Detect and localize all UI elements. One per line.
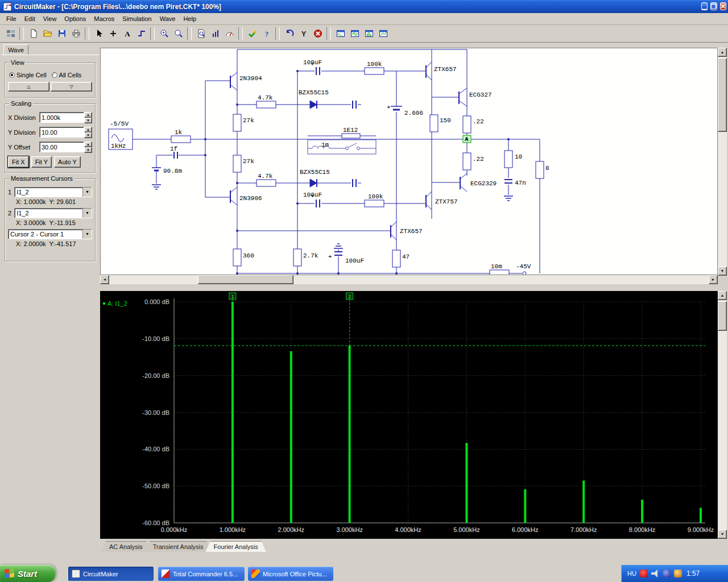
y-offset-input[interactable] [39, 142, 84, 152]
scrollbar-thumb[interactable] [198, 275, 293, 284]
close-button[interactable]: ✕ [720, 2, 726, 10]
chevron-down-icon[interactable]: ▼ [82, 188, 92, 197]
wire-tool-icon[interactable] [134, 27, 148, 40]
scroll-down-icon[interactable]: ▼ [718, 267, 727, 276]
scroll-up-icon[interactable]: ▲ [718, 48, 727, 57]
waveform-vertical-scrollbar[interactable]: ▲ ▼ [718, 291, 727, 539]
y-offset-down[interactable]: ▼ [84, 147, 92, 153]
menu-edit[interactable]: Edit [20, 14, 39, 24]
component-label: 1m [321, 142, 329, 148]
maximize-button[interactable]: ❐ [710, 2, 717, 10]
all-cells-radio[interactable] [52, 72, 57, 78]
zoom-tool-icon[interactable] [171, 27, 185, 40]
component-label: 90.8m [163, 168, 182, 174]
add-part-icon[interactable] [106, 27, 120, 40]
chevron-down-icon[interactable]: ▼ [82, 209, 92, 218]
y-offset-up[interactable]: ▲ [84, 142, 92, 147]
scroll-left-icon[interactable]: ◄ [100, 275, 109, 284]
component-label: + [328, 253, 332, 260]
component-label: 2N3904 [239, 75, 262, 82]
auto-y-button[interactable]: Auto Y [54, 156, 81, 168]
new-file-icon[interactable] [26, 27, 40, 40]
schematic-vertical-scrollbar[interactable]: ▲ ▼ [718, 48, 727, 276]
toolbar-separator [326, 27, 331, 40]
help-icon[interactable]: ? [259, 27, 274, 40]
text-tool-icon[interactable]: A [120, 27, 134, 40]
y-division-down[interactable]: ▼ [84, 132, 92, 138]
schematic-canvas[interactable]: 2N3904100uF+100kZTX657ECG327BZX55C154.7k… [100, 48, 718, 275]
probe-icon[interactable]: Y [296, 27, 311, 40]
menu-simulation[interactable]: Simulation [118, 14, 155, 24]
cell-down-button[interactable]: ▽ [51, 82, 92, 92]
menu-view[interactable]: View [39, 14, 61, 24]
chart-icon[interactable] [208, 27, 222, 40]
x-division-input[interactable] [39, 112, 84, 123]
waveform-window-icon-1[interactable] [333, 27, 348, 40]
tab-wave[interactable]: Wave [3, 44, 28, 55]
cursor2-readout: X: 3.0000k Y:-11.915 [16, 219, 92, 226]
cursor-diff-select[interactable]: Cursor 2 - Cursor 1 ▼ [8, 229, 92, 239]
run-simulation-icon[interactable] [245, 27, 259, 40]
tray-antivirus-icon[interactable] [640, 569, 648, 577]
component-label: ZTX657 [434, 66, 457, 73]
tray-network-icon[interactable] [663, 569, 671, 577]
zoom-in-icon[interactable] [157, 27, 171, 40]
scroll-up-icon[interactable]: ▲ [718, 291, 727, 300]
fit-y-button[interactable]: Fit Y [31, 156, 52, 168]
cursor1-readout: X: 1.0000k Y: 29.601 [16, 198, 92, 205]
menu-macros[interactable]: Macros [90, 14, 118, 24]
minimize-button[interactable]: ▁ [701, 2, 707, 10]
menu-options[interactable]: Options [60, 14, 90, 24]
cursor2-signal-select[interactable]: I1_2 ▼ [14, 208, 92, 218]
tab-transient-analysis[interactable]: Transient Analysis [145, 541, 212, 552]
toolbar-separator [238, 27, 243, 40]
tray-messenger-icon[interactable] [674, 569, 682, 577]
stop-icon[interactable] [311, 27, 325, 40]
scrollbar-thumb[interactable] [718, 58, 727, 132]
view-group-title: View [9, 59, 26, 66]
taskbar-button-circuitmaker[interactable]: CircuitMaker [68, 567, 154, 581]
schematic-horizontal-scrollbar[interactable]: ◄ ► [100, 275, 718, 284]
start-button[interactable]: Start [0, 565, 55, 582]
tray-volume-icon[interactable] [651, 569, 659, 577]
select-arrow-icon[interactable] [92, 27, 106, 40]
single-cell-radio[interactable] [9, 72, 15, 78]
fit-x-button[interactable]: Fit X [8, 156, 29, 168]
menu-wave[interactable]: Wave [156, 14, 180, 24]
cell-up-button[interactable]: △ [8, 82, 49, 92]
taskbar-button-office-picture[interactable]: Microsoft Office Pictu... [248, 567, 333, 581]
meter-icon[interactable] [222, 27, 237, 40]
scrollbar-thumb[interactable] [718, 301, 727, 331]
component-label: 1E12 [343, 127, 358, 134]
y-division-input[interactable] [39, 127, 84, 138]
menu-help[interactable]: Help [179, 14, 200, 24]
scroll-down-icon[interactable]: ▼ [718, 530, 727, 539]
waveform-window-icon-4[interactable] [376, 27, 390, 40]
waveform-canvas[interactable]: 0.000 dB-10.00 dB-20.00 dB-30.00 dB-40.0… [100, 291, 718, 539]
cursor1-signal-select[interactable]: I1_2 ▼ [14, 187, 92, 197]
waveform-window-icon-2[interactable] [348, 27, 362, 40]
x-division-up[interactable]: ▲ [84, 112, 92, 118]
save-icon[interactable] [55, 27, 69, 40]
tab-ac-analysis[interactable]: AC Analysis [101, 541, 151, 552]
cursors-group-title: Measurement Cursors [9, 175, 75, 182]
search-document-icon[interactable] [194, 27, 208, 40]
print-icon[interactable] [69, 27, 83, 40]
taskbar: Start CircuitMaker Total Commander 6.5..… [0, 565, 728, 582]
tab-fourier-analysis[interactable]: Fourier Analysis [206, 541, 266, 552]
menu-file[interactable]: File [2, 14, 20, 24]
open-file-icon[interactable] [40, 27, 55, 40]
component-label: .22 [473, 118, 484, 125]
parts-browser-icon[interactable] [3, 27, 18, 40]
y-division-up[interactable]: ▲ [84, 127, 92, 132]
scroll-right-icon[interactable]: ► [709, 275, 718, 284]
x-division-down[interactable]: ▼ [84, 118, 92, 123]
taskbar-button-total-commander[interactable]: Total Commander 6.5... [158, 567, 245, 581]
language-indicator[interactable]: HU [627, 570, 636, 577]
component-label: 27k [243, 117, 254, 124]
chevron-down-icon[interactable]: ▼ [82, 230, 92, 239]
svg-text:5.000kHz: 5.000kHz [453, 526, 479, 533]
harmonic-bar [524, 489, 526, 523]
waveform-window-icon-3[interactable] [362, 27, 376, 40]
reset-icon[interactable] [282, 27, 296, 40]
